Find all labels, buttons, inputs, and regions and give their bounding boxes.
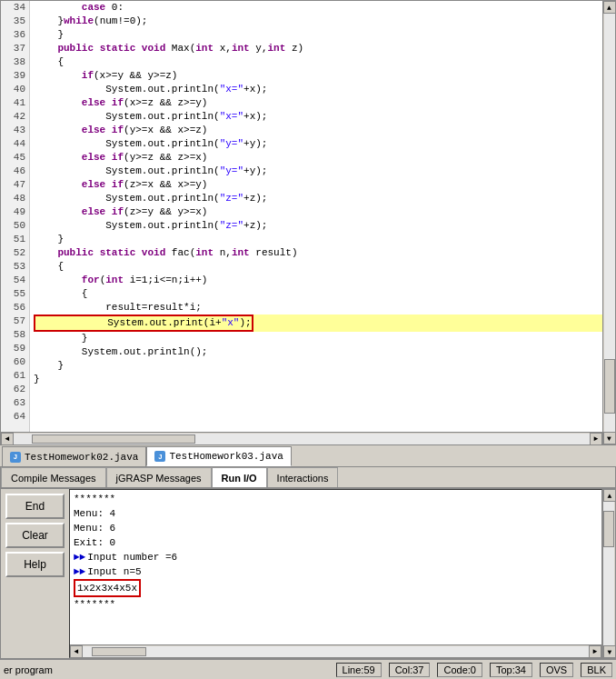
output-h-scrollbar[interactable]: ◄ ►	[70, 644, 601, 657]
scroll-right-btn[interactable]: ►	[590, 433, 602, 445]
line-number: 57	[5, 315, 25, 328]
line-number: 49	[5, 205, 25, 219]
output-content: *******Menu: 4Menu: 6Exit: 0►► Input num…	[70, 490, 601, 644]
code-line: System.out.println("x="+x);	[34, 110, 602, 124]
tab-compile-messages[interactable]: Compile Messages	[1, 467, 106, 487]
code-line: System.out.println();	[34, 345, 602, 359]
line-number: 48	[5, 192, 25, 205]
out-scroll-down[interactable]: ▼	[603, 645, 616, 658]
line-number: 46	[5, 165, 25, 178]
status-bar: er program Line:59 Col:37 Code:0 Top:34 …	[0, 659, 616, 679]
code-line: }	[34, 332, 602, 345]
code-line: System.out.print(i+"x");	[34, 315, 602, 332]
output-text: *******	[74, 492, 115, 506]
code-line: {	[34, 260, 602, 274]
line-number: 39	[5, 69, 25, 83]
output-text: Menu: 6	[74, 521, 115, 535]
code-line: public static void fac(int n,int result)	[34, 246, 602, 260]
tab-run-io[interactable]: Run I/O	[212, 467, 267, 487]
line-number: 61	[5, 369, 25, 383]
code-line: else if(z>=x && x>=y)	[34, 178, 602, 192]
line-number: 56	[5, 301, 25, 315]
tab-label-2: TestHomework03.java	[169, 451, 283, 462]
line-number: 50	[5, 219, 25, 233]
code-line: if(x>=y && y>=z)	[34, 69, 602, 83]
out-v-thumb[interactable]	[603, 511, 614, 547]
file-tabs: J TestHomework02.java J TestHomework03.j…	[0, 445, 616, 467]
help-button[interactable]: Help	[5, 552, 65, 577]
out-h-thumb[interactable]	[92, 647, 146, 656]
line-number: 42	[5, 110, 25, 124]
bottom-panel: Compile Messages jGRASP Messages Run I/O…	[0, 467, 616, 659]
line-numbers: 3435363738394041424344454647484950515253…	[1, 1, 30, 432]
output-line: 1x2x3x4x5x	[74, 579, 598, 597]
scroll-down-btn[interactable]: ▼	[603, 432, 616, 444]
code-line: for(int i=1;i<=n;i++)	[34, 274, 602, 287]
code-content: 3435363738394041424344454647484950515253…	[1, 1, 602, 432]
end-button[interactable]: End	[5, 494, 65, 519]
code-line: }while(num!=0);	[34, 15, 602, 28]
scroll-left-btn[interactable]: ◄	[1, 433, 14, 445]
code-line: {	[34, 55, 602, 69]
msg-tabs: Compile Messages jGRASP Messages Run I/O…	[1, 467, 615, 489]
line-number: 38	[5, 55, 25, 69]
tab-label-1: TestHomework02.java	[25, 452, 138, 463]
out-scroll-right[interactable]: ►	[589, 645, 601, 658]
code-line: result=result*i;	[34, 301, 602, 315]
output-text: Exit: 0	[74, 535, 115, 550]
output-line: ►► Input n=5	[74, 564, 598, 579]
output-text: Input n=5	[87, 564, 141, 579]
output-line: *******	[74, 492, 598, 506]
line-number: 51	[5, 233, 25, 246]
line-number: 64	[5, 410, 25, 424]
code-line: }	[34, 359, 602, 373]
code-line: {	[34, 287, 602, 301]
out-scroll-left[interactable]: ◄	[70, 645, 83, 658]
tab-interactions[interactable]: Interactions	[267, 467, 339, 487]
status-line: Line:59	[336, 663, 382, 677]
code-line: System.out.println("z="+z);	[34, 192, 602, 205]
output-line: Menu: 4	[74, 506, 598, 521]
code-line: }	[34, 373, 602, 386]
output-line: ►► Input number =6	[74, 550, 598, 564]
code-line: System.out.println("x="+x);	[34, 83, 602, 96]
tab-testhomework02[interactable]: J TestHomework02.java	[2, 446, 146, 466]
line-number: 60	[5, 355, 25, 369]
output-text: Menu: 4	[74, 506, 115, 521]
out-scroll-up[interactable]: ▲	[603, 489, 616, 502]
scroll-up-btn[interactable]: ▲	[603, 1, 616, 14]
output-line: *******	[74, 597, 598, 612]
code-line: }	[34, 28, 602, 42]
output-text: *******	[74, 597, 115, 612]
java-icon-1: J	[10, 452, 21, 463]
output-text: 1x2x3x4x5x	[74, 579, 141, 597]
line-number: 34	[5, 1, 25, 15]
code-lines[interactable]: case 0: }while(num!=0); } public static …	[30, 1, 602, 432]
line-number: 45	[5, 151, 25, 165]
side-buttons: End Clear Help	[1, 489, 69, 658]
status-program: er program	[4, 664, 329, 675]
line-number: 63	[5, 396, 25, 410]
run-io-area: End Clear Help *******Menu: 4Menu: 6Exit…	[1, 489, 615, 658]
status-ovs: OVS	[540, 663, 573, 677]
tab-testhomework03[interactable]: J TestHomework03.java	[146, 446, 291, 466]
java-icon-2: J	[154, 451, 165, 462]
line-number: 62	[5, 383, 25, 396]
output-v-scrollbar[interactable]: ▲ ▼	[602, 489, 615, 658]
code-line: else if(z>=y && y>=x)	[34, 205, 602, 219]
output-area: *******Menu: 4Menu: 6Exit: 0►► Input num…	[69, 489, 602, 658]
code-line: case 0:	[34, 1, 602, 15]
vertical-scrollbar[interactable]: ▲ ▼	[602, 1, 615, 444]
tab-jgrasp-messages[interactable]: jGRASP Messages	[106, 467, 212, 487]
status-top: Top:34	[490, 663, 532, 677]
code-line: System.out.println("y="+y);	[34, 137, 602, 151]
output-line: Menu: 6	[74, 521, 598, 535]
code-line: System.out.println("z="+z);	[34, 219, 602, 233]
v-scroll-thumb[interactable]	[604, 359, 615, 414]
clear-button[interactable]: Clear	[5, 523, 65, 548]
line-number: 53	[5, 260, 25, 274]
horizontal-scrollbar[interactable]: ◄ ►	[1, 432, 602, 444]
line-number: 41	[5, 96, 25, 110]
h-scroll-thumb[interactable]	[32, 434, 195, 444]
line-number: 47	[5, 178, 25, 192]
